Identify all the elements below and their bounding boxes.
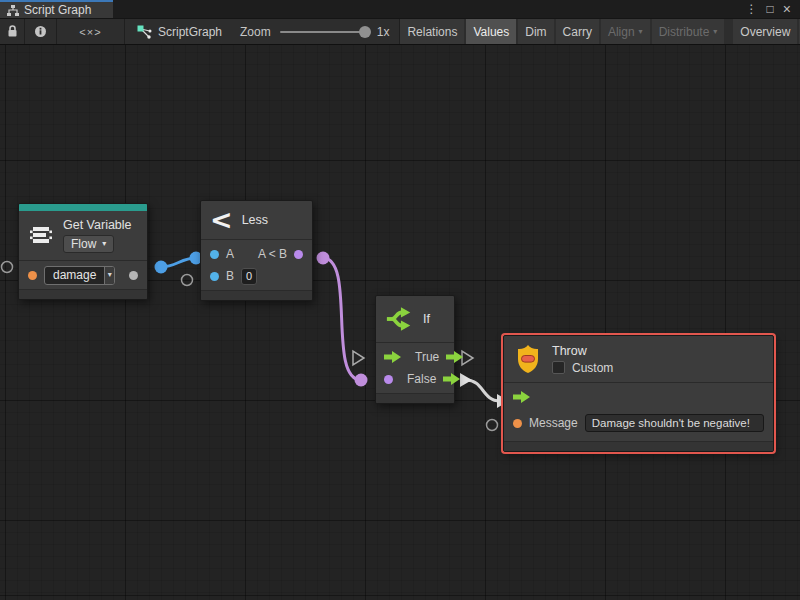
variable-name-value: damage <box>45 267 104 284</box>
node-body: damage ▾ <box>19 260 147 289</box>
unconnected-flow-triangle-if-true <box>462 351 473 365</box>
graph-breadcrumb[interactable]: ScriptGraph <box>125 19 222 44</box>
button-label: Relations <box>407 25 457 39</box>
variable-kind-value: Flow <box>71 237 96 251</box>
align-button[interactable]: Align▾ <box>601 19 650 44</box>
variable-name-dropdown[interactable]: damage ▾ <box>44 266 115 285</box>
node-body: A A < B B 0 <box>201 239 312 290</box>
close-icon[interactable]: × <box>783 2 791 16</box>
flow-output-true-arrow-icon[interactable] <box>446 351 463 363</box>
chevron-down-icon: ▾ <box>102 240 106 248</box>
node-body: True False <box>376 342 454 393</box>
wire-less-to-if-condition[interactable] <box>317 252 368 387</box>
input-b-value-field[interactable]: 0 <box>241 268 257 285</box>
message-input-port[interactable] <box>513 419 522 428</box>
variable-kind-dropdown[interactable]: Flow ▾ <box>63 235 114 253</box>
input-a-label: A <box>226 247 234 261</box>
chevron-down-icon: ▾ <box>108 271 112 279</box>
branch-icon <box>386 306 414 332</box>
zoom-label: Zoom <box>240 25 271 39</box>
variable-name-port[interactable] <box>28 271 37 280</box>
port-row: damage ▾ <box>19 264 147 286</box>
overview-button[interactable]: Overview <box>733 19 797 44</box>
flow-input-arrow-icon[interactable] <box>513 391 530 403</box>
graph-canvas[interactable]: Get Variable Flow ▾ damage ▾ <box>0 45 800 600</box>
code-brackets-icon: <×> <box>79 26 101 38</box>
variable-value-output-port[interactable] <box>129 271 138 280</box>
port-row: Message Damage shouldn't be negative! <box>504 408 773 438</box>
info-button[interactable] <box>25 19 57 44</box>
zoom-value: 1x <box>377 25 390 39</box>
node-header: < Less <box>201 201 312 239</box>
input-b-port[interactable] <box>210 272 219 281</box>
message-value-field[interactable]: Damage shouldn't be negative! <box>585 414 764 432</box>
tab-script-graph[interactable]: Script Graph <box>0 0 113 18</box>
maximize-icon[interactable]: □ <box>767 3 774 15</box>
unconnected-flow-triangle-if-input <box>353 351 364 365</box>
less-than-icon: < <box>210 208 233 232</box>
lock-button[interactable] <box>0 19 25 44</box>
variable-icon <box>28 224 54 248</box>
toolbar-buttons: Relations Values Dim Carry Align▾ Distri… <box>399 19 800 44</box>
wire-if-false-to-throw[interactable] <box>460 373 509 408</box>
port-row: B 0 <box>201 265 312 287</box>
relations-button[interactable]: Relations <box>400 19 464 44</box>
variable-kind-accent-bar <box>19 204 147 211</box>
output-label: A < B <box>258 247 287 261</box>
node-header: Get Variable Flow ▾ <box>19 211 147 260</box>
node-title: If <box>423 312 430 326</box>
node-footer <box>19 289 147 299</box>
graph-hierarchy-icon <box>7 5 19 16</box>
values-button[interactable]: Values <box>466 19 516 44</box>
window-menu-icon[interactable]: ⋮ <box>746 3 758 15</box>
chevron-down-icon: ▾ <box>713 28 717 36</box>
script-graph-window: Script Graph ⋮ □ × <×> ScriptGraph Zoom … <box>0 0 800 600</box>
button-label: Distribute <box>659 25 710 39</box>
comparison-output-port[interactable] <box>294 250 303 259</box>
node-title: Less <box>242 213 268 227</box>
graph-name-label: ScriptGraph <box>158 25 222 39</box>
node-throw[interactable]: Throw Custom Message Damage shouldn't be… <box>503 335 774 452</box>
true-output-label: True <box>415 350 439 364</box>
window-controls: ⋮ □ × <box>746 0 800 18</box>
zoom-slider[interactable] <box>280 31 368 33</box>
node-less[interactable]: < Less A A < B B 0 <box>200 200 313 301</box>
input-a-port[interactable] <box>210 250 219 259</box>
info-icon <box>34 25 47 38</box>
script-graph-asset-icon <box>137 25 152 39</box>
distribute-button[interactable]: Distribute▾ <box>652 19 725 44</box>
zoom-slider-handle[interactable] <box>359 26 371 38</box>
node-body: Message Damage shouldn't be negative! <box>504 382 773 441</box>
condition-input-port[interactable] <box>384 375 393 384</box>
port-row: False <box>376 368 454 390</box>
custom-checkbox-label: Custom <box>572 361 613 375</box>
carry-button[interactable]: Carry <box>556 19 599 44</box>
flow-input-arrow-icon[interactable] <box>384 351 401 363</box>
node-title: Get Variable <box>63 218 132 232</box>
false-output-label: False <box>407 372 436 386</box>
tab-title: Script Graph <box>24 3 91 17</box>
zoom-control: Zoom 1x <box>222 19 399 44</box>
dim-button[interactable]: Dim <box>518 19 553 44</box>
unconnected-port-ring-throw-message <box>487 420 498 431</box>
message-label: Message <box>529 416 578 430</box>
input-b-label: B <box>226 269 234 283</box>
node-if[interactable]: If True False <box>375 295 455 404</box>
wire-get-variable-to-less-a[interactable] <box>155 252 203 274</box>
code-view-toggle[interactable]: <×> <box>57 19 125 44</box>
flow-output-false-arrow-icon[interactable] <box>443 373 460 385</box>
dropdown-arrow[interactable]: ▾ <box>104 267 114 284</box>
port-row: True <box>376 346 454 368</box>
node-get-variable[interactable]: Get Variable Flow ▾ damage ▾ <box>18 203 148 300</box>
button-label: Align <box>608 25 635 39</box>
chevron-down-icon: ▾ <box>639 28 643 36</box>
exception-shield-icon <box>513 343 543 375</box>
port-row <box>504 386 773 408</box>
node-header: Throw Custom <box>504 336 773 382</box>
node-header: If <box>376 296 454 342</box>
node-footer <box>504 441 773 451</box>
button-label: Carry <box>563 25 592 39</box>
lock-icon <box>7 25 18 38</box>
custom-checkbox[interactable] <box>552 361 565 374</box>
graph-toolbar: <×> ScriptGraph Zoom 1x Relations Values… <box>0 18 800 45</box>
